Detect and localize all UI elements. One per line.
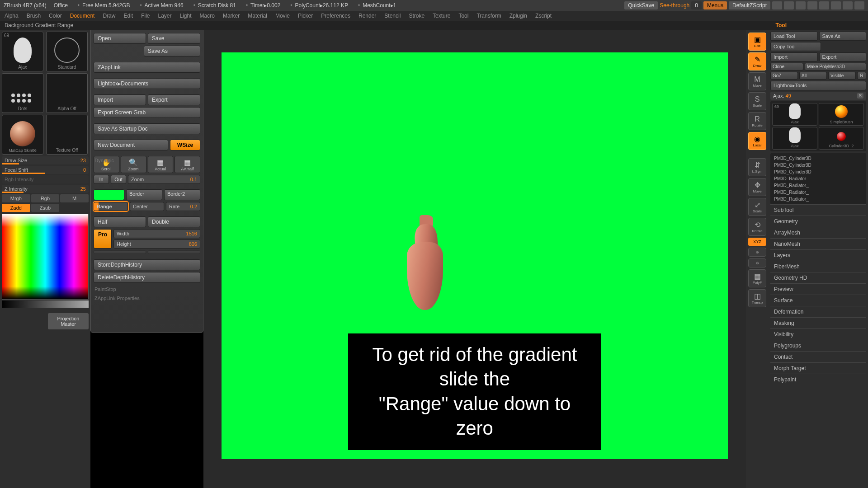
tool-cell-ajax[interactable]: 69Ajax	[772, 103, 817, 126]
texture-thumb[interactable]: Texture Off	[46, 115, 88, 155]
axis-button-1[interactable]: ⊙	[748, 248, 766, 257]
border-button[interactable]: Border	[126, 189, 162, 200]
tool-header[interactable]: Tool	[776, 22, 787, 28]
mesh-object[interactable]	[407, 211, 443, 310]
store-depth-button[interactable]: StoreDepthHistory	[94, 259, 200, 270]
seethrough-label[interactable]: See-through	[660, 2, 689, 9]
new-document-button[interactable]: New Document	[94, 140, 168, 150]
tool-list-item[interactable]: PM3D_Cylinder3D	[772, 169, 864, 175]
arrow-right-icon[interactable]	[784, 1, 794, 9]
menu-movie[interactable]: Movie	[275, 13, 290, 19]
double-button[interactable]: Double	[148, 216, 200, 227]
tool-cell-cyl[interactable]: Cylinder3D_2	[819, 127, 864, 150]
goz-r-button[interactable]: R	[857, 72, 866, 80]
width-slider[interactable]: Width1516	[113, 229, 200, 238]
menu-document[interactable]: Document	[70, 13, 95, 19]
tool-list-item[interactable]: PM3D_Radiator_	[772, 189, 864, 196]
z-intensity-slider[interactable]: Z Intensity25	[2, 185, 89, 193]
menus-button[interactable]: Menus	[703, 1, 727, 9]
tool-list-item[interactable]: PM3D_Cylinder3D	[772, 155, 864, 162]
local-button[interactable]: ◉Local	[748, 132, 766, 150]
border2-button[interactable]: Border2	[164, 189, 200, 200]
tool-import-button[interactable]: Import	[770, 52, 818, 61]
zadd-toggle[interactable]: Zadd	[2, 204, 30, 212]
section-polygroups[interactable]: Polygroups	[770, 340, 866, 351]
tool-slider[interactable]: Ajax. 49 R	[770, 92, 866, 100]
tool-list-item[interactable]: PM3D_Radiator_	[772, 196, 864, 202]
section-geometry[interactable]: Geometry	[770, 216, 866, 227]
zsub-toggle[interactable]: Zsub	[31, 204, 60, 212]
scale-mode-button[interactable]: SScale	[748, 92, 766, 110]
menu-macro[interactable]: Macro	[200, 13, 215, 19]
section-fibermesh[interactable]: FiberMesh	[770, 261, 866, 272]
menu-layer[interactable]: Layer	[158, 13, 172, 19]
material-thumb[interactable]: MatCap Skin06	[2, 115, 43, 155]
section-morph-target[interactable]: Morph Target	[770, 362, 866, 374]
nav-scale-button[interactable]: ⤢Scale	[748, 198, 766, 216]
zoom-slider[interactable]: Zoom0.1	[128, 175, 200, 184]
move-mode-button[interactable]: MMove	[748, 72, 766, 90]
menu-stencil[interactable]: Stencil	[384, 13, 401, 19]
close-icon[interactable]	[854, 1, 864, 9]
range-slider[interactable]: Range	[94, 202, 128, 211]
wsize-button[interactable]: WSize	[170, 140, 200, 150]
open-button[interactable]: Open	[94, 33, 146, 44]
actual-button[interactable]: ▦Actual	[148, 156, 174, 173]
menu-preferences[interactable]: Preferences	[321, 13, 350, 19]
import-button[interactable]: Import	[94, 94, 146, 105]
nav-rotate-button[interactable]: ⟲Rotate	[748, 218, 766, 236]
xyz-button[interactable]: XYZ	[748, 238, 766, 246]
tool-list-item[interactable]: PM3D_Cylinder3D	[772, 162, 864, 169]
copy-tool-button[interactable]: Copy Tool	[770, 42, 821, 51]
section-contact[interactable]: Contact	[770, 351, 866, 362]
section-preview[interactable]: Preview	[770, 283, 866, 295]
lock-icon[interactable]	[819, 1, 829, 9]
rate-slider[interactable]: Rate0.2	[166, 202, 200, 211]
save-button[interactable]: Save	[148, 33, 200, 44]
maximize-icon[interactable]	[843, 1, 853, 9]
polyf-button[interactable]: ▦PolyF	[748, 269, 766, 287]
pro-button[interactable]: Pro	[94, 229, 112, 249]
back-color-swatch[interactable]	[94, 189, 124, 200]
transp-button[interactable]: ◫Transp	[748, 289, 766, 307]
menu-zplugin[interactable]: Zplugin	[509, 13, 527, 19]
menu-transform[interactable]: Transform	[476, 13, 501, 19]
zapplink-button[interactable]: ZAppLink	[94, 62, 200, 73]
menu-render[interactable]: Render	[359, 13, 376, 19]
menu-zscript[interactable]: Zscript	[535, 13, 552, 19]
section-subtool[interactable]: SubTool	[770, 204, 866, 216]
section-deformation[interactable]: Deformation	[770, 306, 866, 317]
goz-visible-button[interactable]: Visible	[828, 72, 856, 80]
aahalf-button[interactable]: ▦AAHalf	[175, 156, 200, 173]
half-button[interactable]: Half	[94, 216, 146, 227]
goz-all-button[interactable]: All	[799, 72, 827, 80]
window-icon-1[interactable]	[796, 1, 806, 9]
draw-mode-button[interactable]: ✎Draw	[748, 52, 766, 70]
make-polymesh-button[interactable]: Make PolyMesh3D	[805, 63, 866, 70]
tool-list-item[interactable]: PM3D_Radiator	[772, 175, 864, 182]
export-grab-button[interactable]: Export Screen Grab	[94, 107, 200, 118]
gradient-bar[interactable]	[2, 300, 89, 308]
stroke-thumb[interactable]: Standard	[46, 32, 88, 71]
section-arraymesh[interactable]: ArrayMesh	[770, 227, 866, 238]
focal-shift-slider[interactable]: Focal Shift0	[2, 166, 89, 174]
zoom-button[interactable]: 🔍Zoom	[121, 156, 146, 173]
quicksave-button[interactable]: QuickSave	[624, 1, 658, 9]
menu-alpha[interactable]: Alpha	[5, 13, 19, 19]
menu-color[interactable]: Color	[49, 13, 62, 19]
zapplink-props-section[interactable]: ZAppLink Properties	[94, 294, 200, 303]
section-geometry-hd[interactable]: Geometry HD	[770, 272, 866, 283]
menu-stroke[interactable]: Stroke	[409, 13, 425, 19]
center-slider[interactable]: Center	[130, 202, 164, 211]
menu-picker[interactable]: Picker	[298, 13, 313, 19]
tool-list-item[interactable]: PM3D_Radiator_	[772, 182, 864, 189]
saveas-button[interactable]: Save As	[144, 46, 200, 56]
window-icon-2[interactable]	[807, 1, 817, 9]
seethrough-value[interactable]: 0	[691, 1, 702, 9]
lightbox-tools-button[interactable]: Lightbox▸Tools	[770, 81, 866, 90]
export-button[interactable]: Export	[148, 94, 200, 105]
section-masking[interactable]: Masking	[770, 317, 866, 328]
rgb-toggle[interactable]: Rgb	[31, 194, 60, 202]
menu-draw[interactable]: Draw	[103, 13, 115, 19]
dots-thumb[interactable]: Dots	[2, 73, 43, 113]
